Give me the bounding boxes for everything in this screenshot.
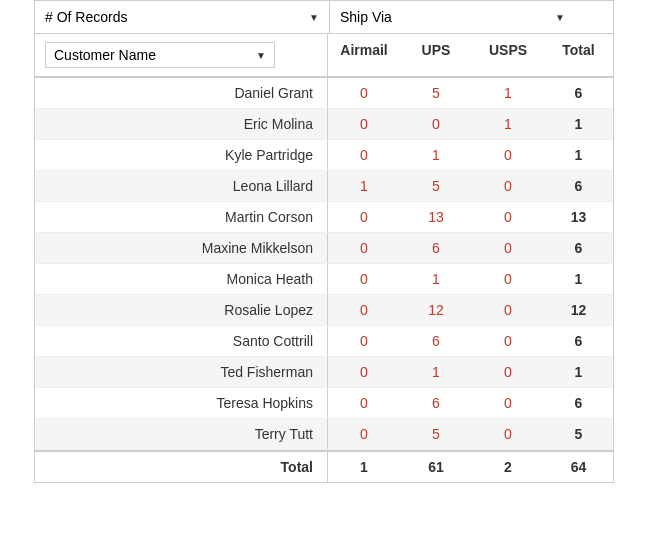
cell-ups: 5 [400,171,472,201]
cell-ups: 1 [400,140,472,170]
table-row: Leona Lillard 1 5 0 6 [35,171,613,202]
shipvia-dropdown-arrow: ▼ [555,12,565,23]
cell-total: 12 [544,295,613,325]
cell-total: 1 [544,357,613,387]
cell-usps: 0 [472,171,544,201]
cell-airmail: 0 [328,202,400,232]
customer-dropdown-label: Customer Name [54,47,156,63]
cell-customer-name: Terry Tutt [35,419,328,449]
cell-airmail: 0 [328,264,400,294]
customer-dropdown[interactable]: Customer Name ▼ [45,42,275,68]
cell-values: 0 1 0 1 [328,264,613,294]
table-row: Rosalie Lopez 0 12 0 12 [35,295,613,326]
cell-airmail: 0 [328,109,400,139]
cell-values: 0 5 1 6 [328,78,613,108]
cell-values: 0 1 0 1 [328,357,613,387]
cell-airmail: 0 [328,78,400,108]
table-row: Kyle Partridge 0 1 0 1 [35,140,613,171]
cell-usps: 1 [472,78,544,108]
cell-airmail: 0 [328,419,400,449]
cell-ups: 12 [400,295,472,325]
subheader-row: Customer Name ▼ Airmail UPS USPS Total [35,34,613,78]
cell-total-label: Total [35,452,328,482]
cell-airmail: 0 [328,295,400,325]
cell-total: 6 [544,171,613,201]
cell-values: 0 5 0 5 [328,419,613,449]
cell-airmail: 1 [328,171,400,201]
cell-customer-name: Ted Fisherman [35,357,328,387]
cell-customer-name: Monica Heath [35,264,328,294]
cell-airmail: 0 [328,357,400,387]
table-row: Terry Tutt 0 5 0 5 [35,419,613,450]
cell-total: 13 [544,202,613,232]
col-header-airmail: Airmail [328,42,400,68]
cell-values: 0 13 0 13 [328,202,613,232]
cell-customer-name: Daniel Grant [35,78,328,108]
cell-usps: 0 [472,357,544,387]
cell-airmail: 0 [328,140,400,170]
cell-total: 6 [544,326,613,356]
cell-ups: 0 [400,109,472,139]
cell-values: 0 12 0 12 [328,295,613,325]
records-dropdown-label: # Of Records [45,9,127,25]
total-total: 64 [544,452,613,482]
cell-customer-name: Eric Molina [35,109,328,139]
table-row: Santo Cottrill 0 6 0 6 [35,326,613,357]
cell-ups: 1 [400,264,472,294]
top-filter-row: # Of Records ▼ Ship Via ▼ [35,1,613,34]
cell-usps: 0 [472,295,544,325]
cell-customer-name: Leona Lillard [35,171,328,201]
total-ups: 61 [400,452,472,482]
cell-values: 0 6 0 6 [328,326,613,356]
cell-values: 0 0 1 1 [328,109,613,139]
column-headers: Airmail UPS USPS Total [328,34,613,76]
customer-dropdown-arrow: ▼ [256,50,266,61]
cell-ups: 5 [400,419,472,449]
shipvia-dropdown[interactable]: Ship Via ▼ [330,1,575,33]
cell-airmail: 0 [328,388,400,418]
cell-usps: 0 [472,388,544,418]
cell-values: 1 5 0 6 [328,171,613,201]
cell-total: 1 [544,140,613,170]
table-row: Maxine Mikkelson 0 6 0 6 [35,233,613,264]
cell-total: 6 [544,388,613,418]
cell-usps: 0 [472,419,544,449]
table-row: Teresa Hopkins 0 6 0 6 [35,388,613,419]
cell-ups: 1 [400,357,472,387]
cell-ups: 6 [400,326,472,356]
total-row: Total 1 61 2 64 [35,450,613,482]
data-rows: Daniel Grant 0 5 1 6 Eric Molina 0 0 1 1… [35,78,613,482]
table-row: Eric Molina 0 0 1 1 [35,109,613,140]
cell-ups: 5 [400,78,472,108]
cell-values: 0 6 0 6 [328,233,613,263]
cell-customer-name: Maxine Mikkelson [35,233,328,263]
col-header-ups: UPS [400,42,472,68]
table-row: Daniel Grant 0 5 1 6 [35,78,613,109]
total-usps: 2 [472,452,544,482]
cell-total: 6 [544,233,613,263]
cell-total: 1 [544,109,613,139]
main-table: # Of Records ▼ Ship Via ▼ Customer Name … [34,0,614,483]
cell-customer-name: Santo Cottrill [35,326,328,356]
records-dropdown[interactable]: # Of Records ▼ [35,1,330,33]
cell-customer-name: Teresa Hopkins [35,388,328,418]
total-airmail: 1 [328,452,400,482]
customer-name-cell: Customer Name ▼ [35,34,328,76]
cell-total: 1 [544,264,613,294]
shipvia-dropdown-label: Ship Via [340,9,392,25]
cell-total: 6 [544,78,613,108]
cell-usps: 0 [472,202,544,232]
cell-airmail: 0 [328,326,400,356]
cell-usps: 0 [472,264,544,294]
table-row: Ted Fisherman 0 1 0 1 [35,357,613,388]
cell-values: 0 1 0 1 [328,140,613,170]
cell-customer-name: Martin Corson [35,202,328,232]
cell-airmail: 0 [328,233,400,263]
cell-customer-name: Kyle Partridge [35,140,328,170]
cell-total: 5 [544,419,613,449]
col-header-total: Total [544,42,613,68]
table-row: Monica Heath 0 1 0 1 [35,264,613,295]
cell-ups: 13 [400,202,472,232]
cell-usps: 0 [472,326,544,356]
cell-customer-name: Rosalie Lopez [35,295,328,325]
